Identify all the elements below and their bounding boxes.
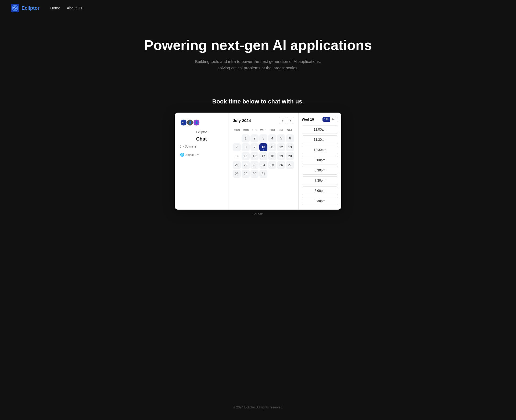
cal-day-5[interactable]: 5: [277, 134, 285, 142]
time-format-buttons: 12h 24h: [322, 117, 338, 122]
cal-day-11[interactable]: 11: [268, 143, 276, 151]
cal-duration-label: 30 mins: [185, 145, 196, 148]
avatar-ec: EC: [180, 119, 187, 126]
logo-icon: [11, 4, 19, 12]
cal-right-panel: Wed 10 12h 24h 11:00am 11:30am 12:30pm 5…: [298, 113, 341, 210]
cal-header: July 2024 ‹ ›: [233, 117, 294, 124]
time-slot-0[interactable]: 11:00am: [302, 125, 338, 134]
cal-grid: SUN MON TUE WED THU FRI SAT 1 2 3 4 5 6: [233, 128, 294, 178]
nav-about[interactable]: About Us: [67, 6, 82, 10]
cal-day-14: 14: [233, 152, 241, 160]
cal-day-26[interactable]: 26: [277, 161, 285, 169]
cal-next-btn[interactable]: ›: [287, 117, 294, 124]
cal-day-30[interactable]: 30: [250, 170, 259, 178]
cal-day-22[interactable]: 22: [242, 161, 250, 169]
cal-day-7[interactable]: 7: [233, 143, 241, 151]
nav-home[interactable]: Home: [50, 6, 60, 10]
cal-left-panel: EC 👤 👤 Ecliptor Chat 30 mins 🌐 Select...…: [175, 113, 228, 210]
globe-icon: 🌐: [180, 153, 184, 157]
cal-prev-btn[interactable]: ‹: [279, 117, 286, 124]
time-slot-2[interactable]: 12:30pm: [302, 146, 338, 154]
cal-event-title: Chat: [180, 136, 223, 142]
weekday-sat: SAT: [285, 128, 294, 133]
hero-title: Powering next-gen AI applications: [5, 38, 511, 53]
selected-dot: [263, 149, 264, 150]
timezone-label: Select...: [185, 153, 196, 156]
time-slot-1[interactable]: 11:30am: [302, 135, 338, 144]
cal-day-20[interactable]: 20: [286, 152, 294, 160]
cal-day-25[interactable]: 25: [268, 161, 276, 169]
logo[interactable]: Ecliptor: [11, 4, 40, 12]
logo-text: Ecliptor: [22, 5, 40, 11]
cal-day-3[interactable]: 3: [259, 134, 267, 142]
cal-day-31[interactable]: 31: [259, 170, 267, 178]
weekday-thu: THU: [268, 128, 277, 133]
navbar: Ecliptor Home About Us: [0, 0, 516, 16]
cal-month: July 2024: [233, 118, 251, 123]
cal-day-29[interactable]: 29: [242, 170, 250, 178]
hero-section: Powering next-gen AI applications Buildi…: [0, 16, 516, 82]
time-slot-7[interactable]: 8:30pm: [302, 197, 338, 205]
cal-day-23[interactable]: 23: [250, 161, 259, 169]
calcom-branding: Cal.com: [5, 212, 511, 216]
cal-duration: 30 mins: [180, 145, 223, 148]
cal-day-17[interactable]: 17: [259, 152, 267, 160]
chevron-down-icon: ▾: [197, 153, 199, 156]
booking-section: Book time below to chat with us. EC 👤 👤 …: [0, 82, 516, 221]
cal-day-28[interactable]: 28: [233, 170, 241, 178]
cal-days-grid: 1 2 3 4 5 6 7 8 9 10 11 12 13 14 15: [233, 134, 294, 178]
cal-weekdays: SUN MON TUE WED THU FRI SAT: [233, 128, 294, 133]
time-slot-4[interactable]: 5:30pm: [302, 166, 338, 175]
time-slot-3[interactable]: 5:00pm: [302, 156, 338, 164]
cal-nav-buttons: ‹ ›: [279, 117, 294, 124]
nav-links: Home About Us: [50, 6, 82, 10]
weekday-wed: WED: [259, 128, 268, 133]
cal-day-24[interactable]: 24: [259, 161, 267, 169]
booking-heading: Book time below to chat with us.: [5, 98, 511, 105]
avatar-p2: 👤: [187, 119, 194, 126]
cal-day-13[interactable]: 13: [286, 143, 294, 151]
cal-day-27[interactable]: 27: [286, 161, 294, 169]
time-slots-list: 11:00am 11:30am 12:30pm 5:00pm 5:30pm 7:…: [302, 125, 338, 205]
hero-subtitle: Building tools and infra to power the ne…: [5, 58, 511, 71]
cal-selected-day-label: Wed 10: [302, 117, 314, 121]
cal-avatars: EC 👤 👤: [180, 119, 223, 126]
weekday-mon: MON: [242, 128, 250, 133]
cal-day-9[interactable]: 9: [250, 143, 259, 151]
weekday-fri: FRI: [277, 128, 285, 133]
cal-day-4[interactable]: 4: [268, 134, 276, 142]
time-slot-5[interactable]: 7:30pm: [302, 176, 338, 185]
cal-day-8[interactable]: 8: [242, 143, 250, 151]
cal-day-15[interactable]: 15: [242, 152, 250, 160]
cal-day-16[interactable]: 16: [250, 152, 259, 160]
timezone-selector[interactable]: 🌐 Select... ▾: [180, 153, 223, 157]
footer: © 2024 Ecliptor. All rights reserved.: [0, 405, 516, 409]
weekday-tue: TUE: [250, 128, 259, 133]
cal-day-empty-1: [233, 134, 241, 142]
cal-day-2[interactable]: 2: [250, 134, 259, 142]
weekday-sun: SUN: [233, 128, 242, 133]
time-format-12h[interactable]: 12h: [322, 117, 330, 122]
cal-org: Ecliptor: [180, 130, 223, 134]
calendar-widget: EC 👤 👤 Ecliptor Chat 30 mins 🌐 Select...…: [175, 113, 341, 210]
cal-day-19[interactable]: 19: [277, 152, 285, 160]
cal-day-6[interactable]: 6: [286, 134, 294, 142]
time-slot-6[interactable]: 8:00pm: [302, 186, 338, 195]
cal-day-21[interactable]: 21: [233, 161, 241, 169]
avatar-p3: 👤: [193, 119, 200, 126]
clock-icon: [180, 145, 184, 148]
time-format-24h[interactable]: 24h: [330, 117, 338, 122]
cal-day-12[interactable]: 12: [277, 143, 285, 151]
copyright: © 2024 Ecliptor. All rights reserved.: [233, 405, 283, 409]
cal-day-10[interactable]: 10: [259, 143, 267, 151]
cal-day-18[interactable]: 18: [268, 152, 276, 160]
cal-right-header: Wed 10 12h 24h: [302, 117, 338, 122]
cal-day-1[interactable]: 1: [242, 134, 250, 142]
cal-mid-panel: July 2024 ‹ › SUN MON TUE WED THU FRI SA…: [228, 113, 298, 210]
